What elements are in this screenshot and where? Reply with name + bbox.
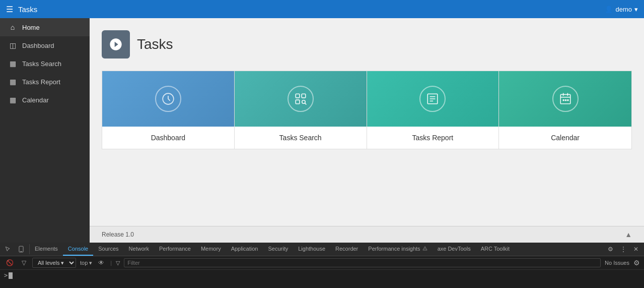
devtools-tabs-bar: Elements Console Sources Network Perform… (0, 243, 644, 256)
devtools-tab-elements[interactable]: Elements (30, 243, 63, 256)
card-tasks-report[interactable]: Tasks Report (367, 71, 499, 149)
console-levels-select[interactable]: All levels ▾ Verbose Info Warnings Error… (32, 258, 76, 268)
context-label: top ▾ (80, 260, 92, 266)
device-icon-button[interactable] (16, 244, 26, 254)
devtools-console-toolbar: 🚫 ▽ All levels ▾ Verbose Info Warnings E… (0, 256, 644, 270)
sidebar-item-label: Calendar (22, 96, 49, 104)
devtools-tab-console[interactable]: Console (63, 243, 93, 256)
devtools-tab-security[interactable]: Security (263, 243, 293, 256)
devtools-tab-performance[interactable]: Performance (154, 243, 196, 256)
devtools-tab-recorder[interactable]: Recorder (330, 243, 363, 256)
sidebar-item-tasks-report[interactable]: ▦ Tasks Report (0, 73, 90, 91)
performance-insights-icon (422, 246, 427, 251)
main-layout: ⌂ Home ◫ Dashboard ▦ Tasks Search ▦ Task… (0, 18, 644, 243)
card-image-tasks-report (367, 71, 499, 127)
console-prompt: > (4, 272, 13, 279)
user-menu[interactable]: 👤 demo ▾ (605, 6, 638, 13)
card-calendar[interactable]: Calendar (499, 71, 631, 149)
svg-line-5 (305, 103, 306, 104)
inspect-icon-button[interactable] (3, 244, 13, 254)
console-eye-button[interactable]: 👁 (96, 258, 106, 267)
console-settings-button[interactable]: ⚙ (633, 259, 640, 267)
card-image-tasks-search (235, 71, 367, 127)
sidebar-item-dashboard[interactable]: ◫ Dashboard (0, 36, 90, 54)
calendar-card-icon (552, 86, 579, 112)
svg-rect-10 (560, 94, 570, 103)
card-image-calendar (499, 71, 631, 127)
console-filter-toggle-button[interactable]: ▽ (20, 258, 28, 267)
release-label: Release 1.0 (102, 231, 134, 238)
devtools-tabs-overflow: ⚙ ⋮ ✕ (602, 244, 644, 254)
devtools-panel: Elements Console Sources Network Perform… (0, 243, 644, 288)
svg-point-20 (424, 250, 425, 250)
dropdown-icon: ▾ (634, 6, 638, 13)
sidebar-item-tasks-search[interactable]: ▦ Tasks Search (0, 54, 90, 73)
sidebar-item-label: Home (22, 24, 40, 31)
devtools-overflow-button[interactable]: ⋮ (618, 244, 629, 254)
username: demo (615, 6, 632, 13)
devtools-tab-lighthouse[interactable]: Lighthouse (293, 243, 330, 256)
console-filter-input[interactable] (124, 258, 601, 267)
devtools-tab-arc[interactable]: ARC Toolkit (476, 243, 515, 256)
calendar-icon: ▦ (8, 96, 17, 104)
dashboard-card-icon (155, 86, 181, 112)
devtools-tab-network[interactable]: Network (124, 243, 154, 256)
tasks-report-card-icon (419, 86, 446, 112)
tasks-report-icon: ▦ (8, 78, 17, 86)
sidebar-item-home[interactable]: ⌂ Home (0, 18, 90, 36)
user-icon: 👤 (605, 6, 613, 13)
card-label-tasks-report: Tasks Report (407, 127, 459, 149)
tasks-search-icon: ▦ (8, 60, 17, 68)
devtools-tab-sources[interactable]: Sources (93, 243, 123, 256)
dashboard-icon: ◫ (8, 41, 17, 49)
devtools-tab-application[interactable]: Application (226, 243, 263, 256)
card-label-tasks-search: Tasks Search (274, 127, 327, 149)
card-label-calendar: Calendar (546, 127, 585, 149)
divider: | (110, 260, 112, 266)
sidebar-item-label: Tasks Search (22, 60, 61, 68)
devtools-settings-button[interactable]: ⚙ (605, 244, 616, 254)
svg-rect-16 (567, 99, 568, 101)
svg-rect-17 (19, 246, 23, 252)
cards-grid: Dashboard (102, 71, 632, 149)
svg-rect-3 (296, 100, 300, 104)
content-footer: Release 1.0 ▲ (90, 226, 644, 243)
svg-rect-2 (302, 94, 306, 98)
card-label-dashboard: Dashboard (146, 127, 191, 149)
svg-rect-14 (562, 99, 564, 101)
content-inner: Tasks Dashboard (90, 18, 644, 226)
devtools-console-content[interactable]: > (0, 270, 644, 288)
page-title: Tasks (137, 36, 173, 52)
collapse-button[interactable]: ▲ (625, 231, 632, 239)
filter-icon: ▽ (22, 259, 26, 266)
app-icon-box (102, 30, 130, 59)
sidebar-item-calendar[interactable]: ▦ Calendar (0, 91, 90, 109)
sidebar-item-label: Tasks Report (22, 78, 60, 86)
console-issues-label: No Issues (605, 260, 629, 266)
home-icon: ⌂ (8, 23, 17, 31)
console-clear-button[interactable]: 🚫 (4, 258, 16, 267)
devtools-tab-axe[interactable]: axe DevTools (433, 243, 476, 256)
filter-icon-label: ▽ (116, 260, 120, 266)
app-title: Tasks (18, 5, 605, 14)
svg-rect-15 (565, 99, 566, 101)
card-tasks-search[interactable]: Tasks Search (235, 71, 367, 149)
content-area: Tasks Dashboard (90, 18, 644, 243)
devtools-tab-memory[interactable]: Memory (196, 243, 226, 256)
devtools-panel-icons (0, 244, 30, 254)
sidebar-item-label: Dashboard (22, 42, 54, 49)
menu-icon[interactable]: ☰ (6, 5, 13, 14)
devtools-tab-performance-insights[interactable]: Performance insights (363, 243, 432, 256)
tasks-app-icon (109, 37, 123, 51)
card-image-dashboard (102, 71, 234, 127)
svg-rect-1 (296, 94, 300, 98)
top-bar: ☰ Tasks 👤 demo ▾ (0, 0, 644, 18)
card-dashboard[interactable]: Dashboard (102, 71, 235, 149)
devtools-close-button[interactable]: ✕ (631, 244, 641, 254)
app-header: Tasks (102, 30, 632, 59)
sidebar: ⌂ Home ◫ Dashboard ▦ Tasks Search ▦ Task… (0, 18, 90, 243)
tasks-search-card-icon (288, 86, 314, 112)
